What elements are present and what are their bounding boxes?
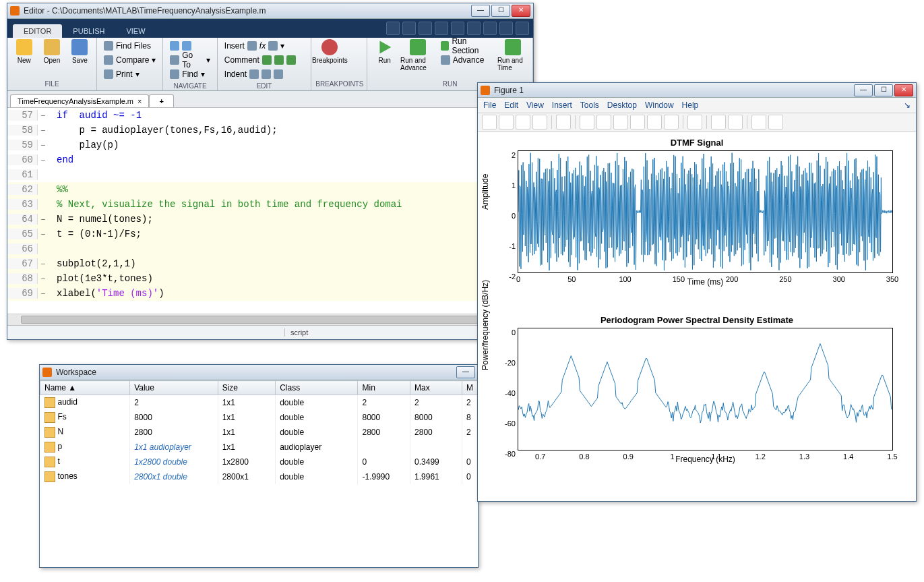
- col-max[interactable]: Max: [410, 381, 462, 395]
- colorbar-icon[interactable]: [711, 115, 726, 129]
- indent-button[interactable]: Indent: [222, 67, 299, 81]
- workspace-table[interactable]: Name ▲ Value Size Class Min Max M audid2…: [40, 380, 478, 484]
- ribbon-tabs: EDITOR PUBLISH VIEW: [7, 19, 533, 38]
- qa-icon[interactable]: [483, 22, 497, 35]
- run-section-button[interactable]: Run Section: [438, 39, 495, 53]
- workspace-titlebar[interactable]: Workspace —: [40, 365, 478, 380]
- col-value[interactable]: Value: [130, 381, 218, 395]
- col-class[interactable]: Class: [276, 381, 358, 395]
- maximize-button[interactable]: ☐: [491, 5, 510, 17]
- dropdown-icon[interactable]: [516, 22, 529, 35]
- col-min[interactable]: Min: [358, 381, 410, 395]
- comment-button[interactable]: Comment: [222, 53, 299, 67]
- col-name[interactable]: Name ▲: [40, 381, 130, 395]
- tab-view[interactable]: VIEW: [115, 24, 156, 38]
- group-breakpoints: BREAKPOINTS: [315, 79, 363, 89]
- table-row[interactable]: N28001x1double280028002: [40, 425, 478, 440]
- plot1-axes[interactable]: -2-1012050100150200250300350: [518, 150, 893, 273]
- editor-titlebar[interactable]: Editor - C:\Documents\MATLAB\TimeFrequen…: [7, 3, 533, 19]
- print-button[interactable]: Print ▾: [101, 67, 158, 81]
- goto-button[interactable]: Go To ▾: [167, 53, 212, 67]
- plot1-ylabel: Amplitude: [481, 174, 490, 210]
- maximize-button[interactable]: ☐: [874, 84, 893, 96]
- open-button[interactable]: Open: [39, 39, 64, 64]
- table-row[interactable]: tones2800x1 double2800x1double-1.99901.9…: [40, 469, 478, 484]
- figure-title: Figure 1: [494, 86, 854, 95]
- tab-editor[interactable]: EDITOR: [13, 24, 62, 38]
- plot2-axes[interactable]: -80-60-40-2000.70.80.911.11.21.31.41.5: [518, 328, 893, 450]
- menu-insert[interactable]: Insert: [552, 100, 572, 110]
- status-bar: script Ln 75: [7, 325, 533, 339]
- figure-window: Figure 1 — ☐ ✕ File Edit View Insert Too…: [477, 82, 917, 502]
- brush-icon[interactable]: [664, 115, 679, 129]
- qa-icon[interactable]: [402, 22, 416, 35]
- col-m[interactable]: M: [462, 381, 478, 395]
- menu-edit[interactable]: Edit: [504, 100, 518, 110]
- figure-titlebar[interactable]: Figure 1 — ☐ ✕: [478, 83, 916, 98]
- dock-icon[interactable]: ↘: [904, 100, 911, 110]
- zoom-out-icon[interactable]: [596, 115, 611, 129]
- minimize-button[interactable]: —: [471, 5, 490, 17]
- new-tab-button[interactable]: +: [149, 94, 173, 107]
- col-size[interactable]: Size: [218, 381, 276, 395]
- menu-help[interactable]: Help: [682, 100, 699, 110]
- table-row[interactable]: p1x1 audioplayer1x1audioplayer: [40, 440, 478, 455]
- pointer-icon[interactable]: [556, 115, 571, 129]
- matlab-icon: [10, 6, 20, 16]
- table-row[interactable]: Fs80001x1double800080008: [40, 410, 478, 425]
- insert-button[interactable]: Insert fx ▾: [222, 39, 299, 53]
- run-button[interactable]: Run: [371, 39, 398, 64]
- horizontal-scrollbar[interactable]: [7, 314, 533, 325]
- show-plot-icon[interactable]: [768, 115, 783, 129]
- close-tab-icon[interactable]: ×: [137, 97, 142, 105]
- qa-icon[interactable]: [435, 22, 448, 35]
- qa-icon[interactable]: [386, 22, 400, 35]
- table-row[interactable]: audid21x1double222: [40, 395, 478, 411]
- code-editor[interactable]: 57–if audid ~= -158– p = audioplayer(ton…: [7, 108, 533, 314]
- subplot-2: Periodogram Power Spectral Density Estim…: [481, 315, 913, 487]
- rotate-icon[interactable]: [630, 115, 645, 129]
- compare-button[interactable]: Compare ▾: [101, 53, 158, 67]
- menu-tools[interactable]: Tools: [580, 100, 599, 110]
- find-button[interactable]: Find ▾: [167, 67, 212, 81]
- qa-icon[interactable]: [419, 22, 432, 35]
- find-files-button[interactable]: Find Files: [101, 39, 158, 53]
- close-button[interactable]: ✕: [512, 5, 530, 17]
- tab-publish[interactable]: PUBLISH: [62, 24, 115, 38]
- new-button[interactable]: New: [11, 39, 36, 64]
- save-icon[interactable]: [516, 115, 530, 129]
- group-navigate: NAVIGATE: [167, 81, 212, 91]
- open-icon[interactable]: [499, 115, 514, 129]
- run-advance-button[interactable]: Run and Advance: [400, 39, 435, 71]
- breakpoints-button[interactable]: Breakpoints: [315, 39, 344, 64]
- plot2-ylabel: Power/frequency (dB/Hz): [481, 280, 490, 370]
- plot2-xlabel: Frequency (kHz): [518, 453, 893, 464]
- legend-icon[interactable]: [728, 115, 743, 129]
- zoom-in-icon[interactable]: [580, 115, 594, 129]
- file-tab[interactable]: TimeFrequencyAnalysisExample.m×: [10, 94, 149, 107]
- subplot-1: DTMF Signal Amplitude -2-101205010015020…: [481, 138, 913, 310]
- help-icon[interactable]: [499, 22, 513, 35]
- plot2-title: Periodogram Power Spectral Density Estim…: [481, 315, 913, 325]
- qa-icon[interactable]: [451, 22, 464, 35]
- menu-desktop[interactable]: Desktop: [607, 100, 637, 110]
- figure-axes-area: DTMF Signal Amplitude -2-101205010015020…: [478, 132, 916, 501]
- run-time-button[interactable]: Run and Time: [497, 39, 528, 71]
- pan-icon[interactable]: [613, 115, 628, 129]
- qa-icon[interactable]: [467, 22, 481, 35]
- editor-window: Editor - C:\Documents\MATLAB\TimeFrequen…: [7, 3, 534, 340]
- hide-plot-icon[interactable]: [751, 115, 766, 129]
- link-icon[interactable]: [687, 115, 702, 129]
- menu-window[interactable]: Window: [645, 100, 674, 110]
- close-button[interactable]: ✕: [894, 84, 913, 96]
- menu-file[interactable]: File: [483, 100, 496, 110]
- table-row[interactable]: t1x2800 double1x2800double00.34990: [40, 455, 478, 469]
- save-button[interactable]: Save: [67, 39, 92, 64]
- advance-button[interactable]: Advance: [438, 53, 495, 67]
- minimize-button[interactable]: —: [456, 366, 475, 378]
- minimize-button[interactable]: —: [854, 84, 873, 96]
- print-icon[interactable]: [532, 115, 547, 129]
- datatip-icon[interactable]: [647, 115, 662, 129]
- new-figure-icon[interactable]: [482, 115, 497, 129]
- menu-view[interactable]: View: [526, 100, 544, 110]
